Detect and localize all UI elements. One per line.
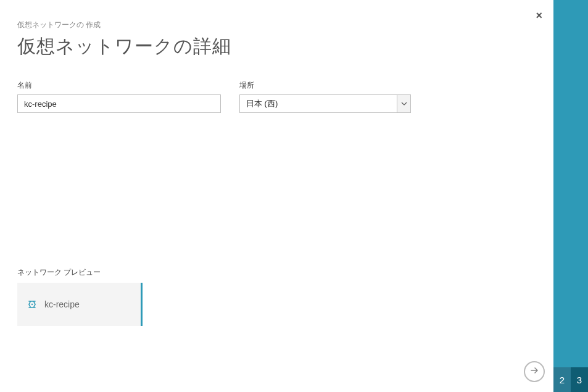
location-label: 場所	[239, 80, 411, 91]
chevron-down-icon	[397, 95, 410, 112]
wizard-step-3[interactable]: 3	[571, 367, 588, 392]
breadcrumb: 仮想ネットワークの 作成	[17, 20, 536, 30]
location-selected-value: 日本 (西)	[246, 98, 278, 109]
next-button[interactable]	[524, 361, 545, 382]
rail-spacer	[553, 0, 588, 367]
close-button[interactable]: ×	[536, 10, 542, 21]
form-row: 名前 場所 日本 (西)	[17, 80, 536, 113]
svg-point-0	[31, 304, 33, 305]
network-icon	[26, 298, 38, 311]
name-field-group: 名前	[17, 80, 221, 113]
content-panel: × 仮想ネットワークの 作成 仮想ネットワークの詳細 名前 場所 日本 (西) …	[0, 0, 553, 392]
wizard-step-2[interactable]: 2	[553, 367, 571, 392]
location-field-group: 場所 日本 (西)	[239, 80, 411, 113]
wizard-step-rail: 2 3	[553, 0, 588, 392]
name-label: 名前	[17, 80, 221, 91]
network-preview-card[interactable]: kc-recipe	[17, 283, 143, 326]
preview-network-name: kc-recipe	[44, 299, 80, 309]
preview-label: ネットワーク プレビュー	[17, 267, 536, 278]
wizard-steps: 2 3	[553, 367, 588, 392]
arrow-right-icon	[529, 365, 539, 378]
location-select[interactable]: 日本 (西)	[239, 94, 411, 113]
name-input[interactable]	[17, 94, 221, 113]
page-title: 仮想ネットワークの詳細	[17, 34, 536, 59]
